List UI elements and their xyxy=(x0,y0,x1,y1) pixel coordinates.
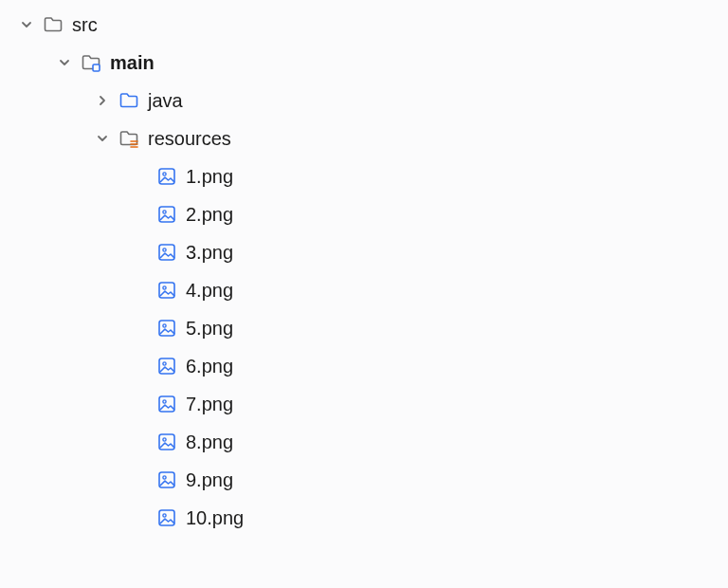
image-file-icon xyxy=(155,431,178,453)
image-file-icon xyxy=(155,241,178,264)
tree-node-label: 10.png xyxy=(186,508,244,527)
tree-node-label: src xyxy=(72,15,98,34)
tree-node-file[interactable]: 10.png xyxy=(0,499,728,537)
svg-point-7 xyxy=(163,211,166,213)
tree-node-label: 1.png xyxy=(186,167,233,186)
module-folder-icon xyxy=(80,51,102,74)
chevron-down-icon xyxy=(17,15,36,34)
tree-node-label: 7.png xyxy=(186,395,233,413)
svg-point-23 xyxy=(163,514,166,517)
svg-point-15 xyxy=(163,362,166,365)
image-file-icon xyxy=(155,317,178,340)
svg-point-11 xyxy=(163,286,166,289)
image-file-icon xyxy=(155,506,178,529)
tree-node-label: 3.png xyxy=(186,243,233,262)
tree-node-file[interactable]: 6.png xyxy=(0,347,728,385)
image-file-icon xyxy=(155,203,178,226)
tree-node-label: resources xyxy=(148,129,231,148)
tree-node-label: java xyxy=(148,91,183,110)
tree-node-file[interactable]: 4.png xyxy=(0,271,728,309)
svg-point-17 xyxy=(163,400,166,403)
chevron-right-icon xyxy=(93,91,112,110)
tree-node-resources[interactable]: resources xyxy=(0,119,728,157)
tree-node-file[interactable]: 2.png xyxy=(0,195,728,233)
tree-node-label: 4.png xyxy=(186,281,233,300)
svg-point-13 xyxy=(163,324,166,327)
image-file-icon xyxy=(155,279,178,302)
tree-node-label: 9.png xyxy=(186,470,233,489)
tree-node-file[interactable]: 7.png xyxy=(0,385,728,423)
svg-point-19 xyxy=(163,438,166,441)
tree-node-file[interactable]: 1.png xyxy=(0,157,728,195)
chevron-down-icon xyxy=(55,53,74,72)
tree-node-file[interactable]: 5.png xyxy=(0,309,728,347)
svg-point-21 xyxy=(163,476,166,479)
tree-node-src[interactable]: src xyxy=(0,6,728,44)
tree-node-label: 6.png xyxy=(186,357,233,376)
source-folder-icon xyxy=(118,89,140,112)
tree-node-java[interactable]: java xyxy=(0,82,728,119)
tree-node-file[interactable]: 8.png xyxy=(0,423,728,461)
tree-node-label: 8.png xyxy=(186,432,233,451)
folder-icon xyxy=(42,13,64,36)
svg-rect-0 xyxy=(93,64,100,71)
tree-node-label: 2.png xyxy=(186,205,233,224)
chevron-down-icon xyxy=(93,129,112,148)
resources-folder-icon xyxy=(118,127,140,150)
image-file-icon xyxy=(155,355,178,377)
tree-node-file[interactable]: 9.png xyxy=(0,461,728,499)
image-file-icon xyxy=(155,393,178,415)
tree-node-label: 5.png xyxy=(186,319,233,338)
tree-node-file[interactable]: 3.png xyxy=(0,233,728,271)
svg-point-5 xyxy=(163,173,166,175)
image-file-icon xyxy=(155,469,178,491)
svg-point-9 xyxy=(163,248,166,251)
tree-node-label: main xyxy=(110,53,155,72)
image-file-icon xyxy=(155,165,178,188)
tree-node-main[interactable]: main xyxy=(0,44,728,82)
